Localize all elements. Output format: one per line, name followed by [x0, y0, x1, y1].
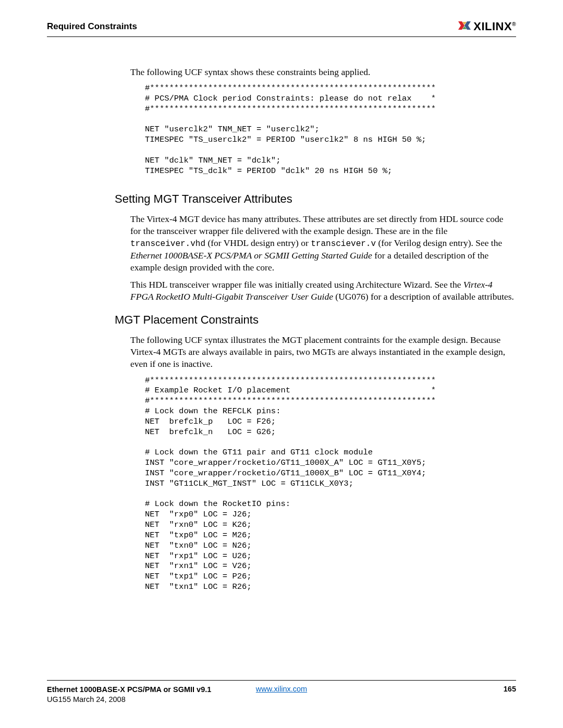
footer-url-link[interactable]: www.xilinx.com — [256, 685, 307, 693]
footer-doc-info: Ethernet 1000BASE-X PCS/PMA or SGMII v9.… — [47, 685, 211, 705]
inline-code-v: transciever.v — [311, 239, 376, 249]
mgt-para-1: The Virtex-4 MGT device has many attribu… — [130, 213, 516, 274]
footer-doc-title: Ethernet 1000BASE-X PCS/PMA or SGMII v9.… — [47, 685, 211, 694]
footer-doc-id: UG155 March 24, 2008 — [47, 695, 126, 704]
placement-para: The following UCF syntax illustrates the… — [130, 334, 516, 370]
mgt-para-2: This HDL transceiver wrapper file was in… — [130, 279, 516, 303]
xilinx-logo-icon — [458, 20, 471, 33]
page-content: The following UCF syntax shows these con… — [47, 66, 516, 593]
code-block-clock-constraints: #***************************************… — [145, 83, 516, 176]
page-footer: Ethernet 1000BASE-X PCS/PMA or SGMII v9.… — [47, 680, 516, 705]
heading-mgt-transceiver: Setting MGT Transceiver Attributes — [115, 192, 516, 206]
footer-page-number: 165 — [504, 685, 516, 693]
code-block-placement: #***************************************… — [145, 376, 516, 593]
brand-text: XILINX® — [473, 20, 516, 33]
brand-logo: XILINX® — [458, 20, 516, 33]
section-title: Required Constraints — [47, 21, 137, 32]
inline-code-vhd: transceiver.vhd — [130, 239, 205, 249]
intro-paragraph: The following UCF syntax shows these con… — [130, 66, 516, 78]
page-header: Required Constraints XILINX® — [47, 20, 516, 37]
doc-ref-1: Ethernet 1000BASE-X PCS/PMA or SGMII Get… — [130, 250, 372, 261]
heading-mgt-placement: MGT Placement Constraints — [115, 313, 516, 327]
